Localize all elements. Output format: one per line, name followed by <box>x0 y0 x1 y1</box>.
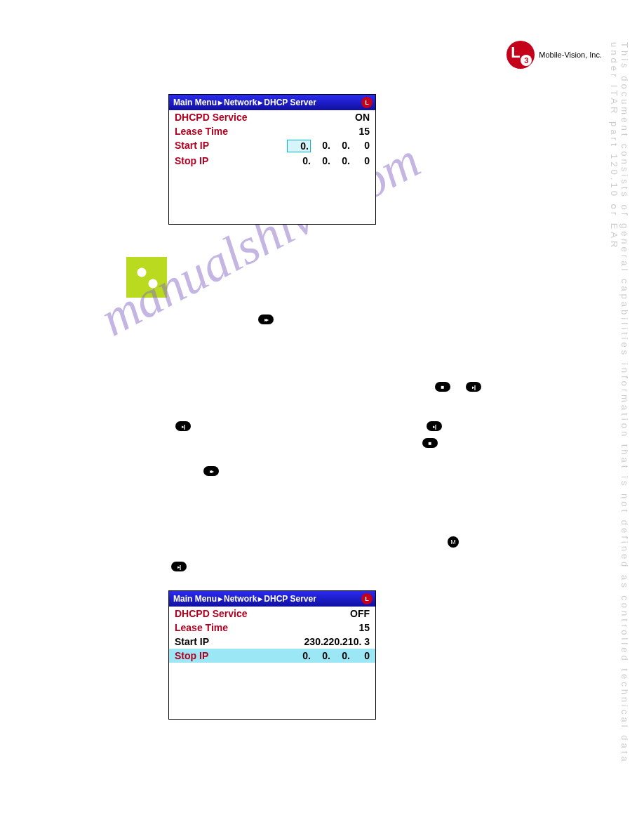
breadcrumb-part: Main Menu <box>173 594 217 604</box>
cfg-row: DHCPD Service ON <box>169 110 375 124</box>
ip-octet[interactable]: 0. <box>311 140 330 152</box>
brand-text: Mobile-Vision, Inc. <box>539 51 602 59</box>
ip-octet[interactable]: 0 <box>350 650 370 661</box>
ip-field[interactable]: 0. 0. 0. 0 <box>287 140 370 152</box>
stop-button-icon[interactable] <box>422 438 438 448</box>
play-pause-button-icon[interactable] <box>427 421 442 431</box>
fast-forward-button-icon[interactable] <box>203 466 219 476</box>
cfg-value: 230.220.210. 3 <box>304 636 370 647</box>
ip-octet[interactable]: 0. <box>330 155 350 166</box>
ip-octet[interactable]: 0. <box>311 155 330 166</box>
cfg-row: Lease Time 15 <box>169 124 375 138</box>
ip-octet[interactable]: 0. <box>330 140 350 152</box>
brand-logo: Mobile-Vision, Inc. <box>507 41 602 69</box>
l3-logo-icon <box>507 41 535 69</box>
cfg-row: Start IP 230.220.210. 3 <box>169 635 375 649</box>
ip-octet[interactable]: 0. <box>311 650 330 661</box>
l3-mini-logo-icon: L <box>361 593 373 604</box>
cfg-label: Lease Time <box>175 622 228 633</box>
box2-header: Main Menu▸Network▸DHCP Server L <box>169 591 375 607</box>
menu-button-icon[interactable] <box>448 536 459 548</box>
box1-header: Main Menu▸Network▸DHCP Server L <box>169 95 375 110</box>
breadcrumb-part: Network <box>224 594 257 604</box>
ip-field[interactable]: 0. 0. 0. 0 <box>291 155 370 166</box>
cfg-row-start-ip: Start IP 0. 0. 0. 0 <box>169 138 375 154</box>
ip-octet[interactable]: 0. <box>330 650 350 661</box>
cfg-label: Start IP <box>175 140 209 152</box>
stop-button-icon[interactable] <box>435 382 450 392</box>
cfg-row: Lease Time 15 <box>169 621 375 635</box>
cfg-label: Stop IP <box>175 155 208 166</box>
cfg-value: 15 <box>358 622 370 633</box>
ip-octet[interactable]: 0. <box>291 155 311 166</box>
export-control-notice: This document consists of general capabi… <box>609 42 630 800</box>
ip-octet[interactable]: 0 <box>350 155 370 166</box>
play-pause-button-icon[interactable] <box>466 382 481 392</box>
cfg-label: Start IP <box>175 636 209 647</box>
cfg-value: OFF <box>350 608 370 619</box>
ip-field[interactable]: 0. 0. 0. 0 <box>291 650 370 661</box>
cfg-row-stop-ip: Stop IP 0. 0. 0. 0 <box>169 154 375 168</box>
dhcp-config-box-1: Main Menu▸Network▸DHCP Server L DHCPD Se… <box>168 94 376 225</box>
breadcrumb-part: Main Menu <box>173 98 217 107</box>
cfg-label: DHCPD Service <box>175 112 248 123</box>
fast-forward-button-icon[interactable] <box>258 315 274 324</box>
cfg-label: Stop IP <box>175 650 208 661</box>
cfg-row: DHCPD Service OFF <box>169 607 375 621</box>
cfg-row-stop-ip-selected[interactable]: Stop IP 0. 0. 0. 0 <box>169 649 375 663</box>
breadcrumb-part: Network <box>224 98 257 107</box>
cfg-value: ON <box>355 112 370 123</box>
play-pause-button-icon[interactable] <box>171 562 187 571</box>
breadcrumb-part: DHCP Server <box>264 98 316 107</box>
breadcrumb-part: DHCP Server <box>264 594 316 604</box>
cfg-label: DHCPD Service <box>175 608 248 619</box>
dhcp-config-box-2: Main Menu▸Network▸DHCP Server L DHCPD Se… <box>168 590 376 720</box>
ip-octet[interactable]: 0 <box>350 140 370 152</box>
cfg-value: 15 <box>358 126 370 137</box>
cfg-label: Lease Time <box>175 126 228 137</box>
l3-mini-logo-icon: L <box>361 97 373 108</box>
ip-octet[interactable]: 0. <box>291 650 311 661</box>
hint-icon <box>126 257 167 298</box>
ip-octet-selected[interactable]: 0. <box>287 140 311 152</box>
play-pause-button-icon[interactable] <box>175 421 191 431</box>
